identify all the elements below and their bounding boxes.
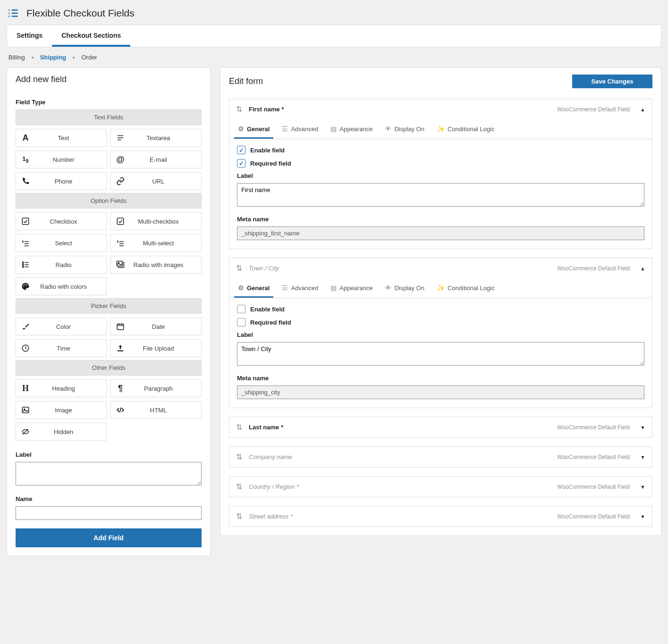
required-checkbox[interactable] <box>237 159 245 167</box>
logo-icon <box>7 7 20 20</box>
enable-checkbox[interactable] <box>237 146 245 154</box>
fieldtype-textarea[interactable]: Textarea <box>110 129 202 147</box>
caret-up-icon[interactable]: ▲ <box>640 107 645 112</box>
field-label-input[interactable] <box>237 183 644 207</box>
svg-rect-10 <box>117 218 124 225</box>
svg-point-26 <box>23 285 24 286</box>
drag-handle-icon[interactable]: ⇅ <box>236 452 242 461</box>
enable-checkbox[interactable] <box>237 305 245 313</box>
wand-icon: ✨ <box>437 284 445 292</box>
new-field-label-input[interactable] <box>16 462 202 485</box>
field-badge: WooCommerce Default Field <box>557 513 630 520</box>
svg-point-28 <box>26 284 27 285</box>
fieldtype-paragraph[interactable]: ¶Paragraph <box>110 379 202 397</box>
group-picker-fields: Picker Fields <box>16 298 202 314</box>
tab-appearance[interactable]: ▤Appearance <box>327 278 376 298</box>
fieldtype-html[interactable]: HTML <box>110 401 202 419</box>
required-checkbox[interactable] <box>237 318 245 326</box>
fieldtype-checkbox[interactable]: Checkbox <box>16 212 107 230</box>
drag-handle-icon[interactable]: ⇅ <box>236 512 242 521</box>
fieldtype-number[interactable]: 19Number <box>16 151 107 168</box>
fieldtype-hidden[interactable]: Hidden <box>16 423 107 441</box>
field-badge: WooCommerce Default Field <box>557 106 630 113</box>
fieldtype-color[interactable]: Color <box>16 318 107 335</box>
field-tabs: ⚙General ☰Advanced ▤Appearance 👁Display … <box>229 119 652 139</box>
caret-down-icon[interactable]: ▼ <box>640 484 645 490</box>
field-type-label: Field Type <box>16 99 202 106</box>
tab-general[interactable]: ⚙General <box>234 119 273 139</box>
field-label-input[interactable] <box>237 342 644 366</box>
tab-settings[interactable]: Settings <box>7 25 52 47</box>
fieldtype-date[interactable]: Date <box>110 318 202 335</box>
field-card-header[interactable]: ⇅ Street address * WooCommerce Default F… <box>229 506 652 527</box>
checkbox-icon <box>16 217 35 226</box>
field-card: ⇅ Last name * WooCommerce Default Field … <box>229 417 652 438</box>
fieldtype-multi-select[interactable]: Multi-select <box>110 234 202 252</box>
drag-handle-icon[interactable]: ⇅ <box>236 105 242 114</box>
gear-icon: ⚙ <box>238 284 244 292</box>
tab-display-on[interactable]: 👁Display On <box>381 278 428 298</box>
tab-advanced[interactable]: ☰Advanced <box>278 119 322 139</box>
meta-field-label: Meta name <box>237 216 644 223</box>
fieldtype-radio[interactable]: Radio <box>16 256 107 274</box>
drag-handle-icon[interactable]: ⇅ <box>236 423 242 432</box>
fieldtype-time[interactable]: Time <box>16 339 107 357</box>
field-card-title: Country / Region * <box>249 483 299 490</box>
fieldtype-url[interactable]: URL <box>110 172 202 190</box>
field-card-header[interactable]: ⇅ Town / City WooCommerce Default Field … <box>229 258 652 278</box>
upload-icon <box>111 344 130 352</box>
field-card-header[interactable]: ⇅ Last name * WooCommerce Default Field … <box>229 417 652 437</box>
add-field-button[interactable]: Add Field <box>16 528 202 547</box>
group-option-fields: Option Fields <box>16 193 202 209</box>
tab-checkout-sections[interactable]: Checkout Sections <box>52 25 130 47</box>
svg-point-21 <box>22 266 24 268</box>
fieldtype-image[interactable]: Image <box>16 401 107 419</box>
breadcrumb-separator <box>32 57 34 59</box>
fieldtype-email[interactable]: @E-mail <box>110 151 202 168</box>
caret-down-icon[interactable]: ▼ <box>640 454 645 460</box>
field-card: ⇅ Company name WooCommerce Default Field… <box>229 446 652 468</box>
field-card-header[interactable]: ⇅ Company name WooCommerce Default Field… <box>229 447 652 467</box>
multi-select-icon <box>111 239 130 247</box>
tab-general[interactable]: ⚙General <box>234 278 273 298</box>
fieldtype-radio-colors[interactable]: Radio with colors <box>16 277 107 295</box>
field-card-title: First name * <box>249 106 284 113</box>
save-changes-button[interactable]: Save Changes <box>572 75 652 88</box>
name-label: Name <box>16 495 202 502</box>
required-label: Required field <box>250 319 291 326</box>
enable-label: Enable field <box>250 306 285 313</box>
fieldtype-file[interactable]: File Upload <box>110 339 202 357</box>
breadcrumb: Billing Shipping Order <box>0 47 668 67</box>
drag-handle-icon[interactable]: ⇅ <box>236 264 242 273</box>
tab-advanced[interactable]: ☰Advanced <box>278 278 322 298</box>
tab-appearance[interactable]: ▤Appearance <box>327 119 376 139</box>
fieldtype-text[interactable]: AText <box>16 129 107 147</box>
tab-display-on[interactable]: 👁Display On <box>381 119 428 139</box>
caret-down-icon[interactable]: ▼ <box>640 425 645 430</box>
radio-icon <box>16 260 35 269</box>
breadcrumb-billing[interactable]: Billing <box>8 54 25 61</box>
tab-conditional-logic[interactable]: ✨Conditional Logic <box>433 119 499 139</box>
field-card-header[interactable]: ⇅ Country / Region * WooCommerce Default… <box>229 477 652 497</box>
drag-handle-icon[interactable]: ⇅ <box>236 482 242 491</box>
fieldtype-radio-images[interactable]: Radio with images <box>110 256 202 274</box>
fieldtype-phone[interactable]: Phone <box>16 172 107 190</box>
tab-conditional-logic[interactable]: ✨Conditional Logic <box>433 278 499 298</box>
field-card-title: Last name * <box>249 424 283 431</box>
breadcrumb-shipping[interactable]: Shipping <box>40 54 67 61</box>
fieldtype-heading[interactable]: HHeading <box>16 379 107 397</box>
field-badge: WooCommerce Default Field <box>557 484 630 490</box>
eye-icon: 👁 <box>385 125 391 133</box>
field-badge: WooCommerce Default Field <box>557 265 630 272</box>
fieldtype-multi-checkbox[interactable]: Multi-checkbox <box>110 212 202 230</box>
caret-down-icon[interactable]: ▼ <box>640 514 645 519</box>
new-field-name-input[interactable] <box>16 506 202 520</box>
page-header: Flexible Checkout Fields <box>0 0 668 25</box>
field-card: ⇅ Street address * WooCommerce Default F… <box>229 506 652 527</box>
field-card-header[interactable]: ⇅ First name * WooCommerce Default Field… <box>229 99 652 119</box>
caret-up-icon[interactable]: ▲ <box>640 266 645 271</box>
breadcrumb-order[interactable]: Order <box>81 54 97 61</box>
fieldtype-select[interactable]: Select <box>16 234 107 252</box>
multi-checkbox-icon <box>111 217 130 226</box>
svg-line-36 <box>120 408 121 413</box>
